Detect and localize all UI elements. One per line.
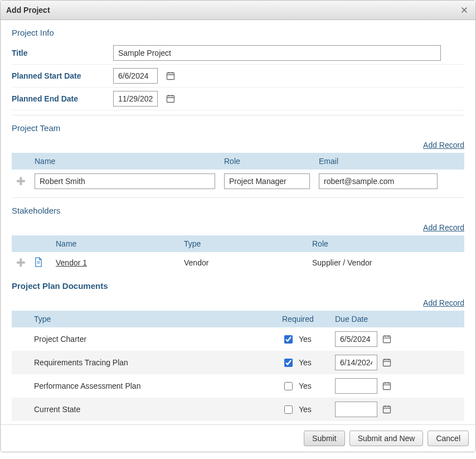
svg-rect-14 [383, 360, 391, 366]
doc-required-label: Yes [299, 405, 312, 414]
calendar-icon[interactable] [166, 71, 176, 81]
project-team-heading: Project Team [12, 115, 464, 137]
handle-header [12, 235, 30, 252]
add-record-link[interactable]: Add Record [423, 223, 464, 232]
add-record-link[interactable]: Add Record [423, 298, 464, 307]
stakeholder-type-header: Type [179, 235, 308, 252]
stakeholders-table: Name Type Role ✚ Vendor 1 Vendor Supplie… [12, 235, 464, 273]
calendar-icon[interactable] [382, 404, 392, 414]
project-info-heading: Project Info [12, 20, 464, 42]
stakeholder-role-cell: Supplier / Vendor [308, 252, 464, 273]
doc-due-input[interactable] [335, 402, 377, 417]
team-role-input[interactable] [224, 173, 310, 189]
title-row: Title [12, 42, 464, 65]
svg-rect-10 [383, 336, 391, 343]
dialog-titlebar: Add Project [1, 1, 475, 20]
stakeholder-role-header: Role [308, 235, 464, 252]
doc-required-checkbox[interactable] [284, 382, 293, 390]
add-record-link[interactable]: Add Record [423, 141, 464, 149]
dialog-title: Add Project [6, 6, 50, 15]
stakeholder-name-header: Name [51, 235, 179, 252]
doc-required-checkbox[interactable] [284, 405, 293, 414]
stakeholders-add-record-row: Add Record [12, 220, 464, 235]
doc-required-checkbox[interactable] [284, 335, 293, 344]
table-row: Project CharterYes [12, 327, 464, 351]
doc-type-cell: Current State [30, 398, 278, 421]
planned-start-label: Planned Start Date [12, 71, 108, 80]
team-add-record-row: Add Record [12, 137, 464, 153]
document-icon [35, 257, 43, 268]
documents-heading: Project Plan Documents [12, 273, 464, 295]
doc-required-label: Yes [299, 335, 312, 344]
doc-due-header: Due Date [331, 311, 442, 327]
submit-and-new-button[interactable]: Submit and New [349, 431, 424, 446]
svg-rect-22 [383, 407, 391, 413]
dialog-footer: Submit Submit and New Cancel [1, 424, 475, 452]
project-team-table: Name Role Email ✚ [12, 153, 464, 193]
planned-start-row: Planned Start Date [12, 65, 464, 88]
title-input[interactable] [113, 45, 441, 61]
team-role-header: Role [220, 153, 314, 170]
doc-required-label: Yes [299, 381, 312, 390]
doc-required-checkbox[interactable] [284, 359, 293, 367]
team-email-input[interactable] [319, 173, 438, 189]
table-row: Requirements Tracing PlanYes [12, 351, 464, 374]
documents-table: Type Required Due Date Project CharterYe… [12, 311, 464, 424]
doc-due-input[interactable] [335, 355, 377, 370]
team-actions-header [442, 153, 464, 170]
svg-rect-0 [167, 73, 174, 80]
table-row: Performance Assessment PlanYes [12, 374, 464, 398]
doc-required-label: Yes [299, 358, 312, 367]
calendar-icon[interactable] [382, 381, 392, 391]
team-name-input[interactable] [35, 173, 215, 189]
calendar-icon[interactable] [166, 94, 176, 104]
drag-handle-icon[interactable]: ✚ [16, 257, 26, 269]
doc-required-header: Required [278, 311, 331, 327]
add-project-dialog: Add Project Project Info Title Planned S… [0, 0, 476, 452]
handle-header [12, 311, 30, 327]
submit-button[interactable]: Submit [304, 431, 345, 446]
doc-due-input[interactable] [335, 331, 377, 347]
doc-type-cell: Performance Assessment Plan [30, 374, 278, 398]
handle-header [12, 153, 30, 170]
planned-end-input[interactable] [113, 91, 158, 107]
title-label: Title [12, 49, 108, 57]
planned-end-row: Planned End Date [12, 88, 464, 110]
table-row: ✚ [12, 170, 464, 193]
team-name-header: Name [30, 153, 220, 170]
svg-rect-4 [167, 96, 174, 103]
doc-actions-header [442, 311, 464, 327]
team-email-header: Email [314, 153, 442, 170]
dialog-body: Project Info Title Planned Start Date Pl… [1, 20, 475, 424]
cancel-button[interactable]: Cancel [428, 431, 469, 446]
close-icon[interactable] [459, 4, 470, 16]
table-row: ✚ Vendor 1 Vendor Supplier / Vendor [12, 252, 464, 273]
spacer-header [30, 235, 51, 252]
stakeholder-type-cell: Vendor [179, 252, 308, 273]
table-row: Current StateYes [12, 398, 464, 421]
calendar-icon[interactable] [382, 334, 392, 344]
documents-add-record-row: Add Record [12, 295, 464, 311]
doc-type-header: Type [30, 311, 278, 327]
calendar-icon[interactable] [382, 357, 392, 368]
svg-rect-18 [383, 383, 391, 390]
doc-type-cell: Requirements Tracing Plan [30, 351, 278, 374]
drag-handle-icon[interactable]: ✚ [16, 175, 26, 187]
planned-start-input[interactable] [113, 68, 158, 84]
doc-type-cell: Project Charter [30, 327, 278, 351]
planned-end-label: Planned End Date [12, 94, 108, 103]
stakeholders-heading: Stakeholders [12, 198, 464, 220]
doc-due-input[interactable] [335, 378, 377, 394]
stakeholder-name-link[interactable]: Vendor 1 [56, 258, 87, 267]
